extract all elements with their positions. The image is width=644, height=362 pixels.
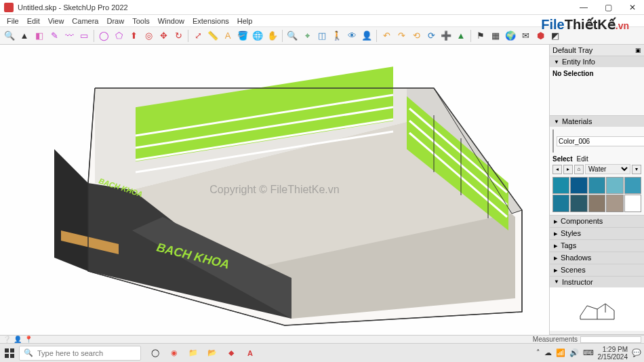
tray-onedrive-icon[interactable]: ☁ — [544, 348, 552, 357]
panel-instructor[interactable]: ▼Instructor — [550, 277, 644, 287]
back-icon[interactable]: ◂ — [552, 165, 562, 174]
task-autocad-icon[interactable]: A — [243, 346, 258, 361]
tray-pin-icon[interactable]: ▣ — [635, 47, 641, 54]
menu-window[interactable]: Window — [154, 17, 188, 25]
panel-entity-info[interactable]: ▼ Entity Info — [550, 56, 644, 67]
orbit-icon[interactable]: 🌐 — [251, 29, 264, 43]
materials-category-select[interactable]: Water — [585, 164, 630, 174]
task-cortana-icon[interactable]: ◯ — [148, 346, 163, 361]
rotate-icon[interactable]: ↻ — [172, 29, 185, 43]
tray-header[interactable]: Default Tray ▣ — [550, 45, 644, 56]
freehand-icon[interactable]: 〰 — [62, 29, 76, 43]
undo-icon[interactable]: ↶ — [380, 29, 393, 43]
menu-camera[interactable]: Camera — [68, 17, 102, 25]
menu-help[interactable]: Help — [233, 17, 257, 25]
zoom-extents-icon[interactable]: ⌖ — [300, 29, 314, 43]
geo-hint-icon[interactable]: 📍 — [24, 336, 33, 343]
pencil-icon[interactable]: ✎ — [47, 29, 61, 43]
grid-icon[interactable]: ▦ — [489, 29, 502, 43]
forward-icon[interactable]: ▸ — [563, 165, 573, 174]
material-swatch[interactable] — [570, 195, 587, 212]
paint-icon[interactable]: 🪣 — [236, 29, 249, 43]
material-swatch[interactable] — [624, 195, 641, 212]
prev-icon[interactable]: ⟲ — [409, 29, 423, 43]
material-swatch[interactable] — [570, 177, 587, 194]
polygon-icon[interactable]: ⬠ — [112, 29, 125, 43]
tray-notifications-icon[interactable]: 💬 — [632, 348, 641, 357]
section-icon[interactable]: ◫ — [315, 29, 329, 43]
tray-lang-icon[interactable]: ⌨ — [583, 348, 594, 357]
rectangle-icon[interactable]: ▭ — [77, 29, 91, 43]
material-swatch[interactable] — [606, 195, 623, 212]
move-icon[interactable]: ✥ — [157, 29, 170, 43]
material-swatch[interactable] — [588, 177, 605, 194]
task-explorer-icon[interactable]: 📁 — [186, 346, 201, 361]
globe-icon[interactable]: 🌍 — [504, 29, 517, 43]
menubar: FileEditViewCameraDrawToolsWindowExtensi… — [0, 15, 644, 27]
material-swatch[interactable] — [552, 177, 569, 194]
panel-components[interactable]: ▸Components — [550, 216, 644, 228]
help-tip-icon[interactable]: ❔ — [3, 336, 11, 343]
panel-shadows[interactable]: ▸Shadows — [550, 252, 644, 264]
measurements-input[interactable] — [580, 336, 641, 343]
circle-icon[interactable]: ◯ — [97, 29, 110, 43]
task-folder-icon[interactable]: 📂 — [205, 346, 220, 361]
panel-tags[interactable]: ▸Tags — [550, 240, 644, 252]
menu-file[interactable]: File — [3, 17, 23, 25]
menu-draw[interactable]: Draw — [102, 17, 128, 25]
taskbar-clock[interactable]: 1:29 PM 2/15/2024 — [598, 346, 628, 361]
person-icon[interactable]: 👤 — [360, 29, 374, 43]
menu-tools[interactable]: Tools — [128, 17, 154, 25]
warehouse-icon[interactable]: ⬢ — [534, 29, 547, 43]
panel-materials[interactable]: ▼ Materials — [550, 116, 644, 127]
redo-icon[interactable]: ↷ — [395, 29, 408, 43]
current-material-swatch[interactable] — [552, 129, 554, 153]
minimize-button[interactable]: — — [576, 3, 591, 12]
material-swatch[interactable] — [624, 177, 641, 194]
walk-icon[interactable]: 🚶 — [330, 29, 344, 43]
offset-icon[interactable]: ◎ — [142, 29, 155, 43]
menu-icon[interactable]: ▾ — [632, 165, 641, 174]
material-swatch[interactable] — [606, 177, 623, 194]
close-button[interactable]: ✕ — [625, 3, 640, 12]
materials-select-tab[interactable]: Select — [552, 155, 572, 163]
task-chrome-icon[interactable]: ◉ — [167, 346, 182, 361]
search-icon[interactable]: 🔍 — [3, 29, 16, 43]
add-icon[interactable]: ➕ — [439, 29, 453, 43]
panel-styles[interactable]: ▸Styles — [550, 228, 644, 240]
person-hint-icon[interactable]: 👤 — [14, 336, 22, 343]
eraser-icon[interactable]: ◧ — [33, 29, 46, 43]
pushpull-icon[interactable]: ⬆ — [127, 29, 140, 43]
tray-wifi-icon[interactable]: 📶 — [556, 348, 565, 357]
text-icon[interactable]: A — [221, 29, 235, 43]
select-icon[interactable]: ▲ — [18, 29, 31, 43]
component-icon[interactable]: ◩ — [548, 29, 562, 43]
panel-scenes[interactable]: ▸Scenes — [550, 264, 644, 277]
home-icon[interactable]: ⌂ — [574, 165, 584, 174]
material-swatch[interactable] — [588, 195, 605, 212]
app-icon — [4, 3, 14, 12]
taskbar-search[interactable]: 🔍 — [19, 346, 141, 361]
materials-edit-tab[interactable]: Edit — [576, 155, 588, 163]
tray-volume-icon[interactable]: 🔊 — [569, 348, 579, 357]
flag-icon[interactable]: ⚑ — [474, 29, 487, 43]
search-input[interactable] — [37, 349, 136, 357]
material-name-input[interactable] — [557, 136, 644, 146]
start-button[interactable] — [3, 346, 16, 360]
zoom-icon[interactable]: 🔍 — [285, 29, 299, 43]
tape-icon[interactable]: 📏 — [206, 29, 220, 43]
menu-extensions[interactable]: Extensions — [188, 17, 233, 25]
menu-view[interactable]: View — [44, 17, 68, 25]
refresh-icon[interactable]: ⟳ — [424, 29, 438, 43]
tree-icon[interactable]: ▲ — [454, 29, 468, 43]
material-swatch[interactable] — [552, 195, 569, 212]
maximize-button[interactable]: ▢ — [601, 3, 616, 12]
tray-chevron-icon[interactable]: ˄ — [536, 348, 540, 357]
pan-icon[interactable]: ✋ — [266, 29, 279, 43]
viewport-3d[interactable]: BACH KHOA BACH KHOA Copyright © FileThie… — [0, 45, 549, 335]
mail-icon[interactable]: ✉ — [519, 29, 532, 43]
position-icon[interactable]: 👁 — [345, 29, 359, 43]
task-sketchup-icon[interactable]: ◆ — [224, 346, 239, 361]
menu-edit[interactable]: Edit — [23, 17, 44, 25]
scale-icon[interactable]: ⤢ — [191, 29, 205, 43]
